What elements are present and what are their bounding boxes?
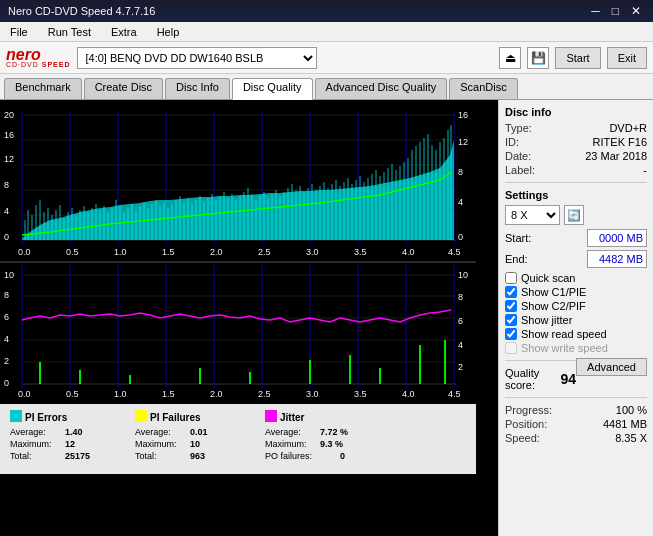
svg-text:2.5: 2.5 bbox=[258, 247, 271, 257]
type-value: DVD+R bbox=[609, 122, 647, 134]
id-label: ID: bbox=[505, 136, 519, 148]
tab-create-disc[interactable]: Create Disc bbox=[84, 78, 163, 99]
svg-text:0: 0 bbox=[340, 451, 345, 461]
date-value: 23 Mar 2018 bbox=[585, 150, 647, 162]
svg-text:10: 10 bbox=[458, 270, 468, 280]
end-field-row: End: bbox=[505, 250, 647, 268]
show-read-speed-checkbox[interactable] bbox=[505, 328, 517, 340]
divider-3 bbox=[505, 397, 647, 398]
svg-rect-204 bbox=[135, 410, 147, 422]
position-row: Position: 4481 MB bbox=[505, 418, 647, 430]
svg-text:8: 8 bbox=[4, 290, 9, 300]
maximize-button[interactable]: □ bbox=[608, 4, 623, 18]
tab-disc-quality[interactable]: Disc Quality bbox=[232, 78, 313, 100]
advanced-button[interactable]: Advanced bbox=[576, 358, 647, 376]
end-label: End: bbox=[505, 253, 528, 265]
progress-row: Progress: 100 % bbox=[505, 404, 647, 416]
speed-info-row: Speed: 8.35 X bbox=[505, 432, 647, 444]
date-label: Date: bbox=[505, 150, 531, 162]
svg-text:0: 0 bbox=[458, 232, 463, 242]
svg-text:6: 6 bbox=[458, 316, 463, 326]
save-button[interactable]: 💾 bbox=[527, 47, 549, 69]
svg-text:1.0: 1.0 bbox=[114, 389, 127, 399]
svg-text:Average:: Average: bbox=[265, 427, 301, 437]
show-c2-pif-checkbox[interactable] bbox=[505, 300, 517, 312]
svg-text:16: 16 bbox=[458, 110, 468, 120]
svg-text:2.0: 2.0 bbox=[210, 247, 223, 257]
start-button[interactable]: Start bbox=[555, 47, 600, 69]
svg-text:12: 12 bbox=[458, 137, 468, 147]
svg-text:0: 0 bbox=[4, 232, 9, 242]
svg-text:10: 10 bbox=[190, 439, 200, 449]
svg-text:0: 0 bbox=[4, 378, 9, 388]
tab-advanced-disc-quality[interactable]: Advanced Disc Quality bbox=[315, 78, 448, 99]
minimize-button[interactable]: ─ bbox=[587, 4, 604, 18]
speed-label: Speed: bbox=[505, 432, 540, 444]
svg-text:16: 16 bbox=[4, 130, 14, 140]
svg-text:1.40: 1.40 bbox=[65, 427, 83, 437]
svg-rect-212 bbox=[265, 410, 277, 422]
show-write-speed-checkbox[interactable] bbox=[505, 342, 517, 354]
svg-text:9.3 %: 9.3 % bbox=[320, 439, 343, 449]
svg-text:4.5: 4.5 bbox=[448, 389, 461, 399]
svg-text:4: 4 bbox=[458, 340, 463, 350]
svg-text:1.5: 1.5 bbox=[162, 247, 175, 257]
show-c2-pif-label: Show C2/PIF bbox=[521, 300, 586, 312]
charts-svg: 20 16 12 8 4 0 16 12 8 4 0 bbox=[0, 100, 498, 536]
close-button[interactable]: ✕ bbox=[627, 4, 645, 18]
svg-text:3.5: 3.5 bbox=[354, 247, 367, 257]
svg-text:2: 2 bbox=[4, 356, 9, 366]
disc-type-row: Type: DVD+R bbox=[505, 122, 647, 134]
svg-text:3.5: 3.5 bbox=[354, 389, 367, 399]
menu-file[interactable]: File bbox=[4, 25, 34, 39]
show-c2-pif-row: Show C2/PIF bbox=[505, 300, 647, 312]
tab-scan-disc[interactable]: ScanDisc bbox=[449, 78, 517, 99]
exit-button[interactable]: Exit bbox=[607, 47, 647, 69]
tab-benchmark[interactable]: Benchmark bbox=[4, 78, 82, 99]
svg-text:4.5: 4.5 bbox=[448, 247, 461, 257]
svg-text:Total:: Total: bbox=[135, 451, 157, 461]
eject-button[interactable]: ⏏ bbox=[499, 47, 521, 69]
svg-text:20: 20 bbox=[4, 110, 14, 120]
menu-help[interactable]: Help bbox=[151, 25, 186, 39]
svg-text:Total:: Total: bbox=[10, 451, 32, 461]
quick-scan-checkbox[interactable] bbox=[505, 272, 517, 284]
svg-text:963: 963 bbox=[190, 451, 205, 461]
disc-label-row: Label: - bbox=[505, 164, 647, 176]
svg-rect-196 bbox=[10, 410, 22, 422]
show-write-speed-label: Show write speed bbox=[521, 342, 608, 354]
svg-text:7.72 %: 7.72 % bbox=[320, 427, 348, 437]
menu-run-test[interactable]: Run Test bbox=[42, 25, 97, 39]
menu-extra[interactable]: Extra bbox=[105, 25, 143, 39]
svg-text:Maximum:: Maximum: bbox=[10, 439, 52, 449]
chart-area: 20 16 12 8 4 0 16 12 8 4 0 bbox=[0, 100, 498, 536]
show-c1-pie-checkbox[interactable] bbox=[505, 286, 517, 298]
svg-text:0.0: 0.0 bbox=[18, 389, 31, 399]
quality-score-value: 94 bbox=[560, 371, 576, 387]
svg-text:0.5: 0.5 bbox=[66, 247, 79, 257]
svg-text:25175: 25175 bbox=[65, 451, 90, 461]
svg-text:2.5: 2.5 bbox=[258, 389, 271, 399]
show-read-speed-label: Show read speed bbox=[521, 328, 607, 340]
svg-text:PO failures:: PO failures: bbox=[265, 451, 312, 461]
start-field-row: Start: bbox=[505, 229, 647, 247]
svg-text:1.0: 1.0 bbox=[114, 247, 127, 257]
title-bar: Nero CD-DVD Speed 4.7.7.16 ─ □ ✕ bbox=[0, 0, 653, 22]
right-panel: Disc info Type: DVD+R ID: RITEK F16 Date… bbox=[498, 100, 653, 536]
svg-text:8: 8 bbox=[4, 180, 9, 190]
tab-disc-info[interactable]: Disc Info bbox=[165, 78, 230, 99]
svg-text:Average:: Average: bbox=[10, 427, 46, 437]
start-input[interactable] bbox=[587, 229, 647, 247]
quality-score-label: Quality score: bbox=[505, 367, 560, 391]
refresh-button[interactable]: 🔄 bbox=[564, 205, 584, 225]
show-c1-pie-label: Show C1/PIE bbox=[521, 286, 586, 298]
end-input[interactable] bbox=[587, 250, 647, 268]
progress-label: Progress: bbox=[505, 404, 552, 416]
position-label: Position: bbox=[505, 418, 547, 430]
drive-dropdown[interactable]: [4:0] BENQ DVD DD DW1640 BSLB bbox=[77, 47, 317, 69]
show-jitter-checkbox[interactable] bbox=[505, 314, 517, 326]
speed-select[interactable]: 8 X 4 X 2 X Max bbox=[505, 205, 560, 225]
speed-value: 8.35 X bbox=[615, 432, 647, 444]
svg-text:2.0: 2.0 bbox=[210, 389, 223, 399]
label-label: Label: bbox=[505, 164, 535, 176]
